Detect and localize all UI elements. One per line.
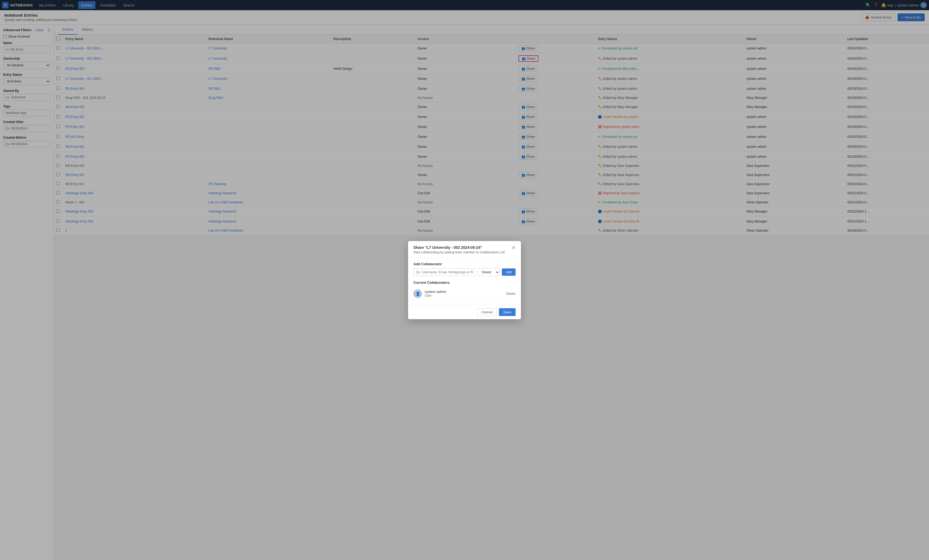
modal-header-content: Share "L7 University - 002 2024-05-24" S… (414, 245, 505, 254)
current-collaborators-label: Current Collaborators (414, 280, 515, 285)
collaborator-role-select[interactable]: Viewer Editor Owner (478, 268, 500, 276)
collaborator-avatar: 👤 (414, 289, 422, 298)
collaborator-search-input[interactable] (414, 268, 476, 276)
add-collaborator-button[interactable]: Add (502, 268, 515, 276)
add-collaborator-row: Viewer Editor Owner Add (414, 268, 515, 276)
collaborator-access-role: Owner (506, 292, 515, 295)
modal-cancel-button[interactable]: Cancel (477, 308, 497, 316)
share-modal: Share "L7 University - 002 2024-05-24" S… (408, 241, 521, 319)
collaborator-role: User (425, 294, 503, 297)
share-modal-overlay[interactable]: Share "L7 University - 002 2024-05-24" S… (0, 0, 929, 560)
modal-footer: Cancel Save (408, 305, 521, 319)
collaborator-item: 👤 system admin User Owner (414, 287, 515, 300)
add-collaborator-label: Add Collaborator (414, 262, 515, 266)
modal-body: Add Collaborator Viewer Editor Owner Add… (408, 258, 521, 305)
collaborator-name: system admin (425, 290, 503, 294)
modal-close-button[interactable]: ✕ (512, 245, 515, 250)
modal-header: Share "L7 University - 002 2024-05-24" S… (408, 241, 521, 258)
modal-title: Share "L7 University - 002 2024-05-24" (414, 245, 505, 249)
collaborator-info: system admin User (425, 290, 503, 297)
modal-subtitle: Start collaborating by adding team membe… (414, 251, 505, 254)
modal-save-button[interactable]: Save (499, 308, 515, 316)
